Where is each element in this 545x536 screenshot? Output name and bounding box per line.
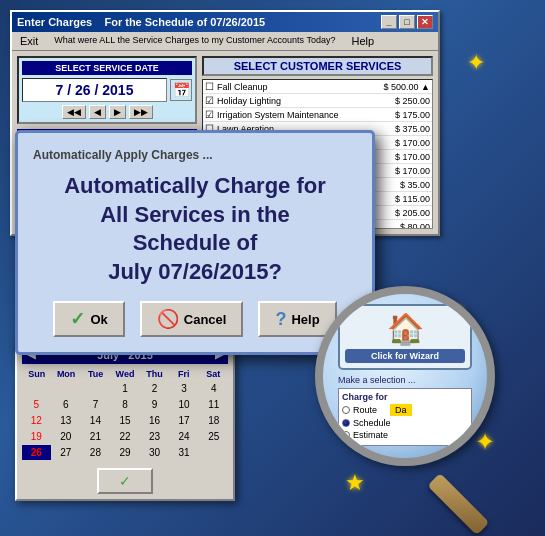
service-price: $ 205.00	[385, 208, 430, 218]
calendar-popup: ◀ July 2015 ▶ Sun Mon Tue Wed Thu Fri Sa…	[15, 338, 235, 501]
cal-day[interactable]: 23	[140, 429, 169, 444]
day-header-wed: Wed	[110, 369, 139, 379]
cancel-label: Cancel	[184, 312, 227, 327]
ok-button[interactable]: ✓ Ok	[53, 301, 124, 337]
service-price: $ 170.00	[385, 166, 430, 176]
menu-charges[interactable]: What were ALL the Service Charges to my …	[51, 34, 338, 48]
cancel-icon: 🚫	[157, 308, 179, 330]
day-header-mon: Mon	[51, 369, 80, 379]
cal-day[interactable]: 6	[52, 397, 81, 412]
calendar-ok-button[interactable]: ✓	[97, 468, 153, 494]
service-price: $ 375.00	[385, 124, 430, 134]
cal-day[interactable]: 7	[81, 397, 110, 412]
cal-day[interactable]: 29	[111, 445, 140, 460]
help-icon: ?	[275, 309, 286, 330]
menu-help[interactable]: Help	[348, 34, 377, 48]
service-price: $ 115.00	[385, 194, 430, 204]
magnifier-handle	[427, 473, 489, 535]
wizard-box[interactable]: 🏠 Click for Wizard	[338, 304, 472, 370]
app-subtitle: For the Schedule of 07/26/2015	[104, 16, 265, 28]
cal-day[interactable]: 8	[111, 397, 140, 412]
service-checkbox[interactable]: ☑	[205, 95, 214, 106]
cal-day[interactable]: 1	[111, 381, 140, 396]
wizard-icon: 🏠	[345, 311, 465, 346]
service-date-label: SELECT SERVICE DATE	[22, 61, 192, 75]
make-selection-label: Make a selection ...	[338, 375, 472, 385]
magnifier-content: 🏠 Click for Wizard Make a selection ... …	[338, 304, 472, 446]
calendar-grid: Sun Mon Tue Wed Thu Fri Sat 1 2 3 4 5 6 …	[22, 369, 228, 460]
next-next-button[interactable]: ▶▶	[129, 105, 153, 119]
cancel-button[interactable]: 🚫 Cancel	[140, 301, 244, 337]
cal-day	[199, 445, 228, 460]
title-bar: Enter Charges For the Schedule of 07/26/…	[12, 12, 438, 32]
route-option[interactable]: Route Da	[342, 404, 468, 416]
route-radio[interactable]	[342, 406, 350, 414]
cal-day[interactable]: 28	[81, 445, 110, 460]
cal-day[interactable]: 18	[199, 413, 228, 428]
cal-day[interactable]: 27	[52, 445, 81, 460]
cal-day[interactable]: 2	[140, 381, 169, 396]
window-title: Enter Charges For the Schedule of 07/26/…	[17, 16, 265, 28]
prev-button[interactable]: ◀	[89, 105, 106, 119]
service-checkbox[interactable]: ☐	[205, 81, 214, 92]
ok-icon: ✓	[70, 308, 85, 330]
day-header-thu: Thu	[140, 369, 169, 379]
estimate-option[interactable]: Estimate	[342, 430, 468, 440]
prev-prev-button[interactable]: ◀◀	[62, 105, 86, 119]
menu-exit[interactable]: Exit	[17, 34, 41, 48]
route-value: Da	[390, 404, 412, 416]
cal-day[interactable]: 14	[81, 413, 110, 428]
schedule-radio[interactable]	[342, 419, 350, 427]
cal-day[interactable]: 10	[170, 397, 199, 412]
cal-day[interactable]: 13	[52, 413, 81, 428]
schedule-option[interactable]: Schedule	[342, 418, 468, 428]
route-label: Route	[353, 405, 377, 415]
service-row: ☑ Holiday Lighting $ 250.00	[203, 94, 432, 108]
star-decoration-3: ✦	[467, 50, 485, 76]
cal-day[interactable]: 11	[199, 397, 228, 412]
maximize-button[interactable]: □	[399, 15, 415, 29]
service-name: Fall Cleanup	[217, 82, 384, 92]
charge-for-label: Charge for	[342, 392, 468, 402]
cal-day[interactable]: 5	[22, 397, 51, 412]
minimize-button[interactable]: _	[381, 15, 397, 29]
cal-day-selected[interactable]: 26	[22, 445, 51, 460]
day-header-fri: Fri	[169, 369, 198, 379]
service-price: $ 170.00	[385, 152, 430, 162]
wizard-label: Click for Wizard	[345, 349, 465, 363]
service-row: ☑ Irrigation System Maintenance $ 175.00	[203, 108, 432, 122]
calendar-days: 1 2 3 4 5 6 7 8 9 10 11 12 13 14 15 16 1…	[22, 381, 228, 460]
cal-day[interactable]: 4	[199, 381, 228, 396]
cal-day[interactable]: 17	[170, 413, 199, 428]
cal-day[interactable]: 3	[170, 381, 199, 396]
service-price: $ 35.00	[385, 180, 430, 190]
next-button[interactable]: ▶	[109, 105, 126, 119]
cal-day[interactable]: 21	[81, 429, 110, 444]
cal-day[interactable]: 22	[111, 429, 140, 444]
cal-day[interactable]: 31	[170, 445, 199, 460]
cal-day[interactable]: 24	[170, 429, 199, 444]
cal-day[interactable]: 19	[22, 429, 51, 444]
calendar-icon[interactable]: 📅	[170, 79, 192, 101]
service-price: $ 170.00	[385, 138, 430, 148]
close-button[interactable]: ✕	[417, 15, 433, 29]
day-header-tue: Tue	[81, 369, 110, 379]
cal-day[interactable]: 15	[111, 413, 140, 428]
app-title: Enter Charges	[17, 16, 92, 28]
cal-day[interactable]: 20	[52, 429, 81, 444]
ok-label: Ok	[90, 312, 107, 327]
cal-day[interactable]: 9	[140, 397, 169, 412]
schedule-date-text: 07/26/2015?	[158, 259, 282, 284]
date-field[interactable]: 7 / 26 / 2015	[22, 78, 167, 102]
menu-bar: Exit What were ALL the Service Charges t…	[12, 32, 438, 51]
cal-day	[81, 381, 110, 396]
cal-day[interactable]: 25	[199, 429, 228, 444]
cal-day[interactable]: 30	[140, 445, 169, 460]
estimate-radio[interactable]	[342, 431, 350, 439]
estimate-label: Estimate	[353, 430, 388, 440]
cal-day[interactable]: 12	[22, 413, 51, 428]
service-row: ☐ Fall Cleanup $ 500.00 ▲	[203, 80, 432, 94]
dialog-message: Automatically Charge for All Services in…	[33, 172, 357, 286]
cal-day[interactable]: 16	[140, 413, 169, 428]
service-checkbox[interactable]: ☑	[205, 109, 214, 120]
